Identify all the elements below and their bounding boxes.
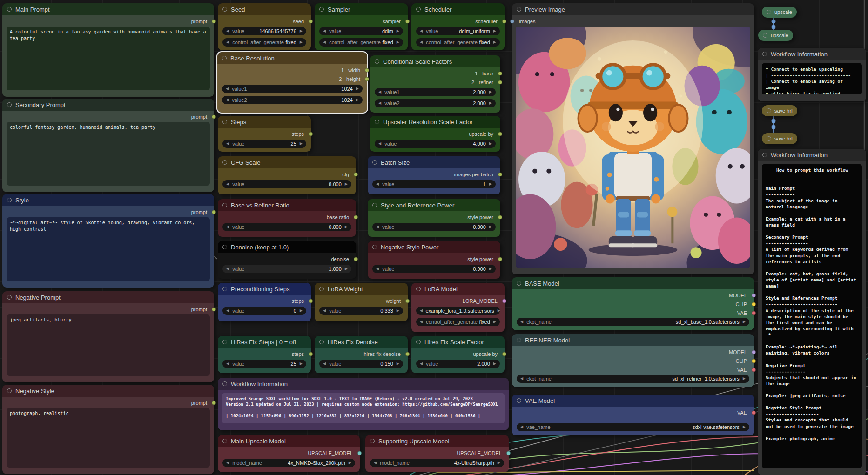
decrement-arrow-icon[interactable]	[226, 362, 229, 366]
collapse-toggle-icon[interactable]	[222, 340, 227, 344]
node-title-bar[interactable]: Main Prompt	[2, 3, 214, 15]
node-title-bar[interactable]: Secondary Prompt	[2, 99, 214, 111]
node-title-bar[interactable]: CFG Scale	[218, 156, 356, 168]
node-preconditioning-steps[interactable]: Preconditioning Steps steps value 0	[218, 283, 311, 321]
decrement-arrow-icon[interactable]	[378, 101, 381, 105]
collapse-toggle-icon[interactable]	[319, 340, 324, 344]
collapse-toggle-icon[interactable]	[222, 160, 227, 165]
increment-arrow-icon[interactable]	[300, 362, 303, 366]
vae-name-widget[interactable]: vae_name sdxl-vae.safetensors	[517, 423, 749, 431]
node-title-bar[interactable]: Negative Prompt	[2, 291, 214, 303]
height-value-widget[interactable]: value2 1024	[222, 96, 363, 104]
output-dot[interactable]	[212, 307, 216, 311]
prev-option-arrow-icon[interactable]	[520, 320, 523, 324]
next-option-arrow-icon[interactable]	[300, 40, 303, 44]
node-hires-fix-steps[interactable]: HiRes Fix Steps | 0 = off steps value 25	[218, 336, 311, 373]
collapse-toggle-icon[interactable]	[222, 287, 227, 291]
seed-control-widget[interactable]: control_after_generate fixed	[222, 38, 306, 47]
collapse-toggle-icon[interactable]	[375, 120, 379, 124]
model-name-widget[interactable]: model_name 4x_NMKD-Siax_200k.pth	[222, 459, 355, 467]
output-dot[interactable]	[405, 19, 410, 23]
node-preview-image[interactable]: Preview Image images	[512, 3, 754, 274]
collapse-toggle-icon[interactable]	[222, 7, 227, 12]
node-sampler[interactable]: Sampler sampler value ddim control_after…	[315, 3, 408, 50]
base-ratio-widget[interactable]: value 0.800	[222, 223, 351, 231]
node-base-vs-refiner-ratio[interactable]: Base vs Refiner Ratio base ratio value 0…	[218, 199, 356, 237]
collapse-toggle-icon[interactable]	[7, 198, 12, 202]
cfg-value-widget[interactable]: value 8.000	[222, 180, 351, 188]
output-dot[interactable]	[309, 19, 313, 23]
collapse-toggle-icon[interactable]	[762, 52, 767, 56]
output-dot[interactable]	[752, 410, 756, 415]
prev-option-arrow-icon[interactable]	[323, 40, 326, 44]
node-negative-prompt[interactable]: Negative Prompt prompt jpeg artifacts, b…	[2, 291, 214, 382]
collapse-toggle-icon[interactable]	[767, 108, 771, 113]
node-title-bar[interactable]: Batch Size	[368, 156, 500, 168]
next-option-arrow-icon[interactable]	[493, 320, 496, 324]
hires-steps-widget[interactable]: value 25	[222, 360, 306, 368]
node-upscale-toggle-1[interactable]: upscale	[762, 7, 797, 18]
node-denoise[interactable]: Denoise (keep at 1.0) denoise value 1.00…	[218, 241, 356, 279]
collapse-toggle-icon[interactable]	[372, 203, 377, 207]
output-dot[interactable]	[405, 299, 410, 303]
next-option-arrow-icon[interactable]	[493, 40, 496, 44]
output-dot[interactable]	[309, 299, 313, 303]
increment-arrow-icon[interactable]	[300, 29, 303, 33]
node-cfg-scale[interactable]: CFG Scale cfg value 8.000	[218, 156, 356, 194]
next-option-arrow-icon[interactable]	[397, 40, 399, 44]
node-title-bar[interactable]: Sampler	[315, 3, 408, 15]
node-vae-model[interactable]: VAE Model VAE vae_name sdxl-vae.safetens…	[512, 395, 754, 435]
node-title-bar[interactable]: Denoise (keep at 1.0)	[218, 241, 356, 253]
collapse-toggle-icon[interactable]	[319, 7, 324, 12]
input-dot[interactable]	[510, 19, 514, 23]
lora-name-widget[interactable]: example_lora_1.0.safetensors	[416, 307, 500, 315]
output-dot[interactable]	[752, 311, 756, 315]
node-style-prompt[interactable]: Style prompt ~*~digital art~*~ style of …	[2, 194, 214, 288]
lora-control-widget[interactable]: control_after_generate fixed	[416, 318, 500, 326]
output-dot[interactable]	[502, 19, 506, 23]
node-conditional-scale-factors[interactable]: Conditional Scale Factors 1 - base 2 - r…	[370, 55, 500, 113]
collapse-toggle-icon[interactable]	[7, 388, 12, 393]
prev-option-arrow-icon[interactable]	[226, 461, 229, 465]
prev-option-arrow-icon[interactable]	[420, 40, 423, 44]
collapse-toggle-icon[interactable]	[222, 56, 227, 60]
style-power-widget[interactable]: value 0.800	[372, 223, 496, 231]
batch-size-widget[interactable]: value 1	[372, 180, 496, 188]
node-refiner-model[interactable]: REFINER Model MODEL CLIP VAE ckpt_name s…	[512, 334, 754, 387]
output-dot[interactable]	[212, 114, 216, 119]
upscale-by-widget[interactable]: value 4.000	[375, 140, 496, 148]
collapse-toggle-icon[interactable]	[762, 153, 767, 157]
node-title-bar[interactable]: Supporting Upscale Model	[365, 435, 509, 447]
decrement-arrow-icon[interactable]	[226, 182, 229, 186]
decrement-arrow-icon[interactable]	[376, 182, 379, 186]
decrement-arrow-icon[interactable]	[226, 98, 229, 102]
node-batch-size[interactable]: Batch Size images per batch value 1	[368, 156, 500, 194]
next-option-arrow-icon[interactable]	[493, 29, 496, 33]
output-dot[interactable]	[354, 172, 358, 176]
prev-option-arrow-icon[interactable]	[420, 320, 423, 324]
node-title-bar[interactable]: Workflow Information	[218, 378, 509, 390]
increment-arrow-icon[interactable]	[493, 362, 496, 366]
node-title-bar[interactable]: Style and Reference Power	[368, 199, 500, 211]
width-value-widget[interactable]: value1 1024	[222, 85, 363, 93]
collapse-toggle-icon[interactable]	[372, 160, 377, 165]
node-title-bar[interactable]: Style	[2, 194, 214, 206]
node-upscale-toggle-2[interactable]: upscale	[758, 30, 793, 41]
node-title-bar[interactable]: BASE Model	[512, 277, 754, 289]
node-main-prompt[interactable]: Main Prompt prompt A colorful scene in a…	[2, 3, 214, 97]
node-workflow-information-help[interactable]: Workflow Information === How to prompt t…	[758, 149, 866, 475]
output-dot[interactable]	[309, 352, 313, 356]
output-dot[interactable]	[498, 71, 502, 75]
output-dot[interactable]	[506, 451, 511, 455]
output-dot[interactable]	[212, 401, 216, 405]
output-dot[interactable]	[498, 257, 502, 261]
decrement-arrow-icon[interactable]	[226, 29, 229, 33]
next-option-arrow-icon[interactable]	[349, 461, 351, 465]
sampler-control-widget[interactable]: control_after_generate fixed	[319, 38, 403, 47]
node-base-resolution[interactable]: Base Resolution 1 - width 2 - height val…	[217, 52, 367, 113]
prev-option-arrow-icon[interactable]	[374, 461, 377, 465]
style-prompt-textarea[interactable]: ~*~digital art~*~ style of Skottie Young…	[7, 217, 210, 281]
node-title-bar[interactable]: Base Resolution	[217, 52, 367, 64]
node-title-bar[interactable]: Seed	[218, 3, 311, 15]
output-dot[interactable]	[405, 352, 410, 356]
